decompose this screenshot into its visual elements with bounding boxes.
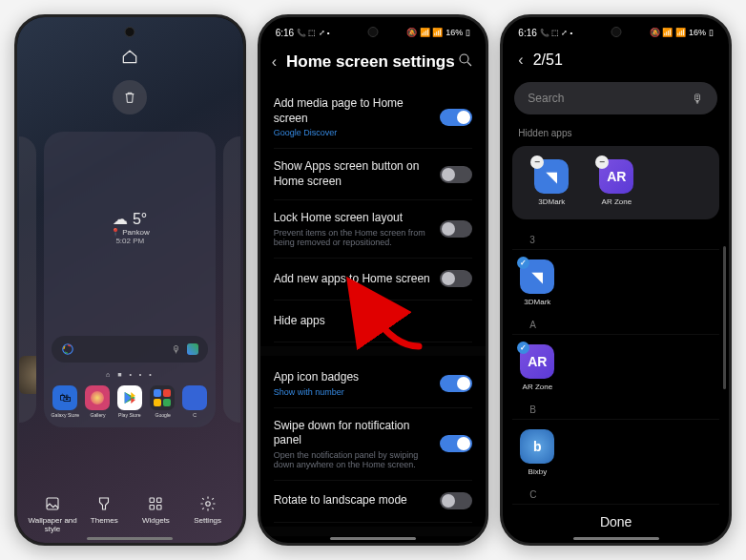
gesture-bar <box>330 537 416 540</box>
mic-icon[interactable]: 🎙 <box>692 92 704 106</box>
app-label: Gallery <box>90 412 105 417</box>
remove-badge-icon[interactable]: − <box>595 156 609 169</box>
done-button[interactable]: Done <box>600 514 632 529</box>
weather-widget: ☁ 5° 📍 Pankow 5:02 PM <box>44 210 216 245</box>
selection-counter: 2/51 <box>533 52 563 69</box>
status-icons-right: 🔕 📶 📶 <box>650 28 686 37</box>
dock-app-2[interactable]: Play Store <box>114 385 145 418</box>
hidden-apps-panel: ◥−3DMarkAR−AR Zone <box>512 146 719 219</box>
toggle-switch[interactable] <box>440 166 472 183</box>
app-item[interactable]: ◥✓3DMark <box>503 250 560 312</box>
setting-sub: Prevent items on the Home screen from be… <box>274 228 431 247</box>
svg-line-8 <box>468 62 472 66</box>
weather-time: 5:02 PM <box>44 237 216 245</box>
app-icon <box>85 385 110 410</box>
app-icon: b <box>520 429 554 464</box>
search-placeholder: Search <box>528 92 564 105</box>
trash-icon[interactable] <box>113 80 147 114</box>
overview-card-left[interactable] <box>19 136 36 423</box>
phone-overview: ☁ 5° 📍 Pankow 5:02 PM 🎙 🛍Galaxy StoreGal… <box>14 14 246 546</box>
app-label: Bixby <box>528 467 548 476</box>
checked-badge-icon: ✓ <box>517 342 529 354</box>
toggle-switch[interactable] <box>440 375 472 392</box>
setting-title: Rotate to landscape mode <box>274 493 431 508</box>
app-label: 3DMark <box>538 197 565 206</box>
search-icon[interactable] <box>457 52 474 73</box>
settings-row[interactable]: Add new apps to Home screen <box>274 259 473 301</box>
setting-sub: Open the notification panel by swiping d… <box>274 450 431 469</box>
setting-link: Google Discover <box>274 128 431 137</box>
bottom-themes[interactable]: Themes <box>78 493 130 533</box>
setting-title: Swipe down for notification panel <box>274 419 431 448</box>
app-item[interactable]: AR✓AR Zone <box>503 335 560 397</box>
app-icon: 🛍 <box>52 385 77 410</box>
status-icons-left: 📞 ⬚ ⤢ • <box>297 29 329 37</box>
settings-row[interactable]: Hide apps <box>274 301 473 342</box>
dock-app-3[interactable]: Google <box>147 385 177 418</box>
app-icon: AR− <box>599 159 633 194</box>
dock-app-4[interactable]: C <box>179 385 210 418</box>
remove-badge-icon[interactable]: − <box>530 156 544 169</box>
setting-title: Lock Home screen layout <box>274 211 431 226</box>
bottom-label: Wallpaper and style <box>27 516 78 533</box>
weather-temp: 5° <box>133 211 147 227</box>
svg-point-7 <box>460 54 468 63</box>
settings-row[interactable]: Swipe down for notification panelOpen th… <box>274 408 473 481</box>
themes-icon <box>93 493 114 514</box>
app-item[interactable]: bBixby <box>503 420 560 482</box>
app-icon: AR✓ <box>520 344 554 379</box>
toggle-switch[interactable] <box>440 435 472 452</box>
svg-rect-1 <box>47 498 58 509</box>
hidden-app[interactable]: AR−AR Zone <box>592 159 640 206</box>
settings-row[interactable]: Lock Home screen layoutPrevent items on … <box>274 200 473 259</box>
home-pill-icon[interactable] <box>119 46 140 67</box>
scrollbar[interactable] <box>723 246 726 389</box>
app-icon <box>117 385 142 410</box>
settings-row[interactable]: App icon badgesShow with number <box>274 360 473 408</box>
bottom-widgets[interactable]: Widgets <box>130 493 181 533</box>
app-icon: ◥✓ <box>520 259 554 294</box>
app-label: Play Store <box>119 412 142 417</box>
svg-rect-4 <box>150 506 155 510</box>
settings-row[interactable]: Rotate to landscape mode <box>274 481 473 523</box>
mic-icon[interactable]: 🎙 <box>172 344 181 355</box>
setting-title: Add media page to Home screen <box>274 96 431 126</box>
search-input[interactable]: Search 🎙 <box>514 82 717 114</box>
toggle-switch[interactable] <box>440 109 472 126</box>
google-search-bar[interactable]: 🎙 <box>52 336 208 363</box>
toggle-switch[interactable] <box>440 220 472 238</box>
page-indicator: ⌂ ■ • • • <box>44 371 216 378</box>
widgets-icon <box>145 493 166 514</box>
section-letter: 3 <box>512 227 719 250</box>
bottom-settings[interactable]: Settings <box>182 493 234 533</box>
overview-card-home[interactable]: ☁ 5° 📍 Pankow 5:02 PM 🎙 🛍Galaxy StoreGal… <box>44 132 216 427</box>
app-label: AR Zone <box>523 383 553 391</box>
battery-icon: ▯ <box>709 28 714 37</box>
settings-icon <box>197 493 218 514</box>
gesture-bar <box>573 537 659 540</box>
back-icon[interactable]: ‹ <box>518 52 523 69</box>
app-label: 3DMark <box>524 298 550 306</box>
settings-row[interactable]: Show Apps screen button on Home screen <box>274 149 473 200</box>
phone-settings: 6:16 📞 ⬚ ⤢ • 🔕 📶 📶 16% ▯ ‹ Home screen s… <box>258 14 489 546</box>
app-label: Galaxy Store <box>52 412 79 417</box>
setting-title: App icon badges <box>274 370 431 385</box>
back-icon[interactable]: ‹ <box>272 53 277 71</box>
dock-app-1[interactable]: Gallery <box>82 385 113 418</box>
toggle-switch[interactable] <box>440 492 472 509</box>
status-icons-right: 🔕 📶 📶 <box>406 28 443 37</box>
settings-row[interactable]: Add media page to Home screenGoogle Disc… <box>274 86 473 149</box>
setting-link: Show with number <box>274 387 431 397</box>
app-icon <box>150 385 175 410</box>
app-icon <box>182 385 207 410</box>
settings-row[interactable]: About Home screen <box>274 540 473 546</box>
bottom-wallpaper[interactable]: Wallpaper and style <box>27 493 78 533</box>
hidden-app[interactable]: ◥−3DMark <box>528 159 575 206</box>
overview-card-right[interactable] <box>223 136 240 423</box>
app-label: AR Zone <box>602 197 632 206</box>
dock-app-0[interactable]: 🛍Galaxy Store <box>50 385 80 418</box>
setting-title: Hide apps <box>274 314 473 329</box>
battery-pct: 16% <box>689 28 706 37</box>
lens-icon[interactable] <box>187 343 198 355</box>
toggle-switch[interactable] <box>440 270 472 287</box>
